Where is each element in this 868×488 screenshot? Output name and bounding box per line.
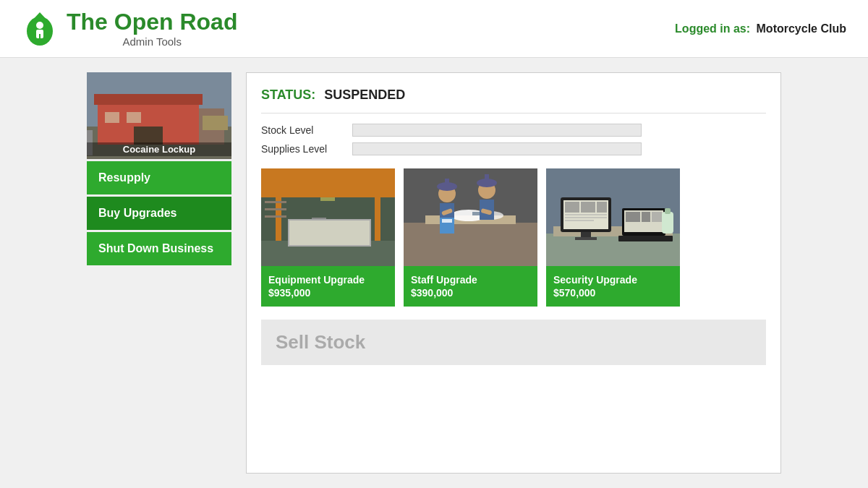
svg-rect-59 — [575, 237, 597, 240]
svg-rect-26 — [265, 208, 286, 210]
svg-rect-30 — [404, 223, 537, 266]
staff-upgrade-label: Staff Upgrade $390,000 — [404, 266, 537, 307]
sidebar: Cocaine Lockup Resupply Buy Upgrades Shu… — [87, 72, 231, 474]
svg-rect-17 — [276, 197, 281, 241]
svg-rect-57 — [565, 220, 594, 221]
buy-upgrades-button[interactable]: Buy Upgrades — [87, 197, 231, 230]
stock-level-bar-track — [352, 124, 642, 137]
equipment-upgrade-price: $935,000 — [268, 286, 388, 299]
staff-upgrade-price: $390,000 — [411, 286, 530, 299]
svg-rect-66 — [662, 212, 673, 234]
upgrades-section: Equipment Upgrade $935,000 — [261, 168, 766, 307]
equipment-upgrade-name: Equipment Upgrade — [268, 273, 388, 286]
supplies-level-bar-track — [352, 142, 642, 155]
svg-rect-11 — [105, 112, 119, 123]
status-value: SUSPENDED — [324, 87, 405, 103]
stock-level-row: Stock Level — [261, 124, 766, 137]
logged-in-label: Logged in as: — [675, 22, 750, 35]
staff-upgrade-name: Staff Upgrade — [411, 273, 530, 286]
supplies-level-row: Supplies Level — [261, 142, 766, 155]
svg-rect-63 — [642, 212, 650, 222]
header: The Open Road Admin Tools Logged in as: … — [0, 0, 868, 58]
sell-stock-section: Sell Stock — [261, 320, 766, 365]
svg-rect-65 — [618, 236, 673, 241]
svg-rect-28 — [320, 197, 335, 201]
security-upgrade-image — [546, 168, 680, 266]
svg-rect-25 — [265, 201, 286, 203]
svg-rect-53 — [581, 202, 595, 213]
app-title: The Open Road — [67, 9, 237, 35]
svg-rect-55 — [565, 214, 607, 215]
svg-rect-62 — [626, 212, 640, 222]
stats-section: Stock Level Supplies Level — [261, 124, 766, 155]
svg-rect-12 — [127, 112, 141, 123]
svg-rect-46 — [442, 219, 452, 223]
svg-rect-19 — [261, 241, 395, 266]
header-left: The Open Road Admin Tools — [22, 9, 237, 47]
app-subtitle: Admin Tools — [67, 35, 237, 48]
equipment-upgrade-label: Equipment Upgrade $935,000 — [261, 266, 395, 307]
svg-rect-38 — [445, 179, 449, 187]
stock-level-label: Stock Level — [261, 124, 341, 136]
svg-rect-18 — [375, 197, 380, 241]
svg-rect-58 — [581, 232, 591, 238]
svg-rect-14 — [203, 116, 228, 130]
sell-stock-title: Sell Stock — [276, 331, 365, 353]
equipment-upgrade-image — [261, 168, 395, 266]
svg-rect-67 — [665, 208, 671, 214]
header-title-block: The Open Road Admin Tools — [67, 9, 237, 47]
svg-rect-8 — [94, 94, 203, 105]
status-bar: STATUS: SUSPENDED — [261, 87, 766, 114]
logged-in-value: Motorcycle Club — [757, 22, 846, 35]
svg-rect-20 — [297, 226, 359, 232]
svg-rect-21 — [305, 232, 310, 247]
header-login-info: Logged in as: Motorcycle Club — [675, 22, 846, 35]
supplies-level-label: Supplies Level — [261, 143, 341, 155]
business-image: Cocaine Lockup — [87, 72, 231, 159]
resupply-button[interactable]: Resupply — [87, 161, 231, 194]
svg-rect-22 — [346, 232, 352, 247]
status-label: STATUS: — [261, 87, 315, 103]
main-layout: Cocaine Lockup Resupply Buy Upgrades Shu… — [0, 58, 868, 488]
svg-rect-56 — [565, 217, 607, 218]
staff-upgrade-image — [404, 168, 537, 266]
svg-rect-23 — [312, 218, 326, 226]
business-name-label: Cocaine Lockup — [87, 142, 231, 156]
svg-rect-16 — [261, 168, 395, 197]
svg-rect-52 — [565, 202, 579, 213]
security-upgrade-price: $570,000 — [553, 286, 673, 299]
shut-down-button[interactable]: Shut Down Business — [87, 232, 231, 265]
staff-upgrade-card[interactable]: Staff Upgrade $390,000 — [404, 168, 537, 307]
security-upgrade-label: Security Upgrade $570,000 — [546, 266, 680, 307]
equipment-upgrade-card[interactable]: Equipment Upgrade $935,000 — [261, 168, 395, 307]
svg-rect-54 — [597, 202, 607, 213]
svg-rect-27 — [265, 215, 286, 218]
svg-point-2 — [36, 22, 43, 29]
svg-rect-42 — [485, 174, 489, 184]
security-upgrade-name: Security Upgrade — [553, 273, 673, 286]
logo-icon — [22, 11, 58, 47]
svg-rect-64 — [652, 212, 662, 222]
svg-rect-24 — [330, 221, 341, 226]
security-upgrade-card[interactable]: Security Upgrade $570,000 — [546, 168, 680, 307]
content-panel: STATUS: SUSPENDED Stock Level Supplies L… — [246, 72, 781, 474]
svg-rect-4 — [39, 34, 41, 40]
